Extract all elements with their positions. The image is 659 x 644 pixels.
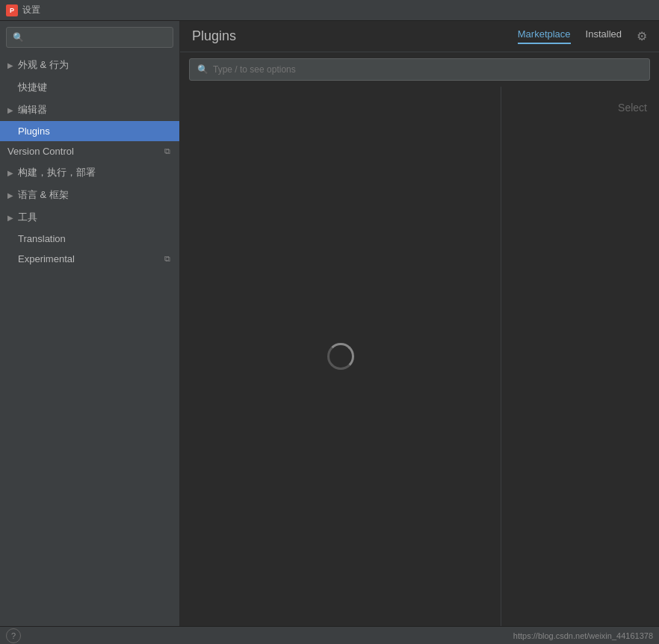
plugins-tabs-area: Marketplace Installed ⚙ bbox=[518, 28, 647, 44]
sidebar-item-label: 语言 & 框架 bbox=[18, 188, 69, 202]
title-bar-text: 设置 bbox=[22, 4, 40, 16]
plugins-header: Plugins Marketplace Installed ⚙ bbox=[180, 21, 659, 52]
sidebar: 🔍 ▶ 外观 & 行为 快捷键 ▶ 编辑器 Plugins Version Co… bbox=[0, 21, 180, 626]
right-panel: Plugins Marketplace Installed ⚙ 🔍 Select bbox=[180, 21, 659, 626]
sidebar-item-languages[interactable]: ▶ 语言 & 框架 bbox=[0, 184, 179, 206]
plugin-content-area: Select bbox=[180, 87, 659, 626]
sidebar-item-label: 外观 & 行为 bbox=[18, 58, 69, 72]
plugin-search-input[interactable] bbox=[213, 64, 642, 75]
copy-icon: ⧉ bbox=[164, 254, 170, 264]
tab-installed[interactable]: Installed bbox=[586, 28, 622, 44]
select-text: Select bbox=[618, 102, 647, 114]
plugin-detail-panel: Select bbox=[501, 87, 659, 626]
sidebar-item-tools[interactable]: ▶ 工具 bbox=[0, 206, 179, 229]
sidebar-search-bar[interactable]: 🔍 bbox=[6, 27, 173, 48]
sidebar-item-label: 编辑器 bbox=[18, 103, 47, 117]
sidebar-item-plugins[interactable]: Plugins bbox=[0, 121, 179, 141]
search-icon: 🔍 bbox=[197, 64, 208, 75]
expand-arrow-icon: ▶ bbox=[7, 191, 13, 199]
tab-marketplace[interactable]: Marketplace bbox=[518, 28, 571, 44]
sidebar-item-label: Experimental bbox=[18, 253, 75, 264]
help-button[interactable]: ? bbox=[6, 628, 21, 643]
sidebar-item-label: 构建，执行，部署 bbox=[18, 166, 96, 179]
main-content: 🔍 ▶ 外观 & 行为 快捷键 ▶ 编辑器 Plugins Version Co… bbox=[0, 21, 659, 626]
sidebar-item-label: 工具 bbox=[18, 211, 37, 224]
sidebar-item-experimental[interactable]: Experimental ⧉ bbox=[0, 249, 179, 269]
sidebar-item-appearance[interactable]: ▶ 外观 & 行为 bbox=[0, 54, 179, 76]
sidebar-item-version-control[interactable]: Version Control ⧉ bbox=[0, 141, 179, 161]
sidebar-item-label: Version Control bbox=[7, 146, 74, 157]
expand-arrow-icon: ▶ bbox=[7, 169, 13, 177]
loading-spinner bbox=[327, 343, 354, 370]
sidebar-search-input[interactable] bbox=[28, 32, 167, 43]
sidebar-item-shortcuts[interactable]: 快捷键 bbox=[0, 76, 179, 99]
gear-icon[interactable]: ⚙ bbox=[637, 29, 647, 43]
sidebar-item-label: 快捷键 bbox=[18, 81, 47, 94]
search-icon: 🔍 bbox=[13, 32, 24, 43]
sidebar-item-build[interactable]: ▶ 构建，执行，部署 bbox=[0, 161, 179, 184]
expand-arrow-icon: ▶ bbox=[7, 106, 13, 114]
title-bar: P 设置 bbox=[0, 0, 659, 21]
sidebar-item-translation[interactable]: Translation bbox=[0, 229, 179, 249]
plugin-list bbox=[180, 87, 501, 626]
copy-icon: ⧉ bbox=[164, 146, 170, 156]
status-url: https://blog.csdn.net/weixin_44161378 bbox=[513, 631, 653, 640]
plugin-search-bar[interactable]: 🔍 bbox=[189, 58, 650, 81]
sidebar-item-editor[interactable]: ▶ 编辑器 bbox=[0, 99, 179, 121]
sidebar-item-label: Translation bbox=[18, 233, 66, 244]
expand-arrow-icon: ▶ bbox=[7, 214, 13, 222]
sidebar-item-label: Plugins bbox=[18, 126, 50, 137]
status-bar: ? https://blog.csdn.net/weixin_44161378 bbox=[0, 626, 659, 644]
plugins-title: Plugins bbox=[192, 28, 236, 44]
app-icon: P bbox=[6, 4, 18, 16]
expand-arrow-icon: ▶ bbox=[7, 61, 13, 69]
